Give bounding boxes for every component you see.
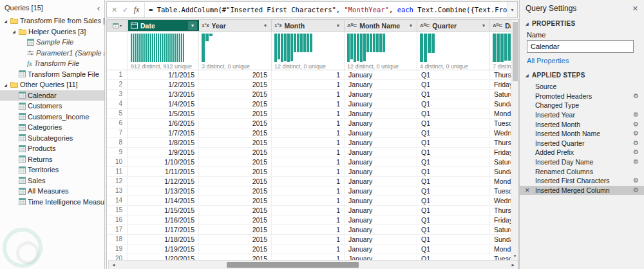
cell[interactable]: 1/8/2015 xyxy=(128,138,199,147)
row-number[interactable]: 8 xyxy=(107,138,128,147)
formula-input[interactable]: = Table.AddColumn(#"Inserted First Chara… xyxy=(145,6,507,14)
applied-steps-section-heading[interactable]: ◢ APPLIED STEPS xyxy=(520,68,644,81)
cell[interactable]: Q1 xyxy=(417,148,490,157)
cell[interactable]: 1 xyxy=(272,254,345,260)
cell[interactable]: 1/20/2015 xyxy=(128,254,199,260)
cell[interactable]: 2015 xyxy=(199,148,272,157)
cell[interactable]: 2015 xyxy=(199,225,272,234)
query-item-parameter1-sample-file[interactable]: Parameter1 (Sample File) xyxy=(0,48,104,59)
cell[interactable]: 2015 xyxy=(199,99,272,108)
cell[interactable]: 1/10/2015 xyxy=(128,157,199,166)
cell[interactable]: 1/4/2015 xyxy=(128,99,199,108)
cell[interactable]: January xyxy=(345,138,417,147)
vertical-scroll-thumb[interactable] xyxy=(513,22,518,81)
query-item-territories[interactable]: Territories xyxy=(0,164,104,175)
cell[interactable]: Wednesday xyxy=(490,196,511,205)
cell[interactable]: Tuesday xyxy=(490,119,511,128)
close-settings-icon[interactable]: ✕ xyxy=(632,5,638,13)
row-number[interactable]: 4 xyxy=(107,99,128,108)
cell[interactable]: 1/16/2015 xyxy=(128,215,199,224)
cell[interactable]: January xyxy=(345,186,417,195)
applied-step-added-prefix[interactable]: Added Prefix⚙ xyxy=(520,148,644,157)
cell[interactable]: 1 xyxy=(272,119,345,128)
gear-icon[interactable]: ⚙ xyxy=(633,112,639,118)
cell[interactable]: Q1 xyxy=(417,109,490,118)
cell[interactable]: 2015 xyxy=(199,90,272,99)
cell[interactable]: 1/1/2015 xyxy=(128,70,199,79)
cell[interactable]: 1/19/2015 xyxy=(128,244,199,254)
cell[interactable]: January xyxy=(345,254,417,260)
cell[interactable]: Thursday xyxy=(490,70,511,79)
applied-step-inserted-year[interactable]: Inserted Year⚙ xyxy=(520,110,644,120)
cell[interactable]: January xyxy=(345,99,417,108)
query-item-returns[interactable]: Returns xyxy=(0,154,104,165)
applied-step-source[interactable]: Source xyxy=(520,82,644,92)
cell[interactable]: 1 xyxy=(272,235,345,244)
cell[interactable]: 1 xyxy=(272,215,345,224)
cell[interactable]: 2015 xyxy=(199,177,272,186)
cell[interactable]: 1 xyxy=(272,128,345,137)
cell[interactable]: January xyxy=(345,109,417,118)
cell[interactable]: January xyxy=(345,244,417,254)
cell[interactable]: Thursday xyxy=(490,206,511,215)
cell[interactable]: 1/7/2015 xyxy=(128,128,199,137)
cell[interactable]: 2015 xyxy=(199,167,272,176)
cell[interactable]: Tuesday xyxy=(490,254,511,260)
gear-icon[interactable]: ⚙ xyxy=(633,93,639,99)
cell[interactable]: January xyxy=(345,215,417,224)
column-header-day-name[interactable]: AᴮCDay Name▾ xyxy=(490,20,511,31)
row-number[interactable]: 16 xyxy=(107,215,128,224)
cell[interactable]: Q1 xyxy=(417,128,490,137)
cell[interactable]: January xyxy=(345,90,417,99)
cell[interactable]: Q1 xyxy=(417,215,490,224)
applied-step-inserted-first-characters[interactable]: Inserted First Characters⚙ xyxy=(520,176,644,186)
query-item-other-queries-11[interactable]: ◢Other Queries [11] xyxy=(0,79,104,90)
cell[interactable]: 1 xyxy=(272,157,345,166)
row-number[interactable]: 18 xyxy=(107,235,128,244)
gear-icon[interactable]: ⚙ xyxy=(633,140,639,146)
cell[interactable]: 1 xyxy=(272,70,345,79)
cell[interactable]: Q1 xyxy=(417,157,490,166)
cell[interactable]: Saturday xyxy=(490,225,511,234)
cell[interactable]: January xyxy=(345,70,417,79)
cell[interactable]: Q1 xyxy=(417,177,490,186)
horizontal-scroll-thumb[interactable] xyxy=(227,262,359,268)
cell[interactable]: 2015 xyxy=(199,206,272,215)
applied-step-inserted-day-name[interactable]: Inserted Day Name⚙ xyxy=(520,157,644,167)
expand-formula-bar-icon[interactable]: ▾ xyxy=(507,2,517,17)
scroll-left-icon[interactable]: ◂ xyxy=(109,262,118,268)
cell[interactable]: 1 xyxy=(272,186,345,195)
cell[interactable]: 1 xyxy=(272,99,345,108)
gear-icon[interactable]: ⚙ xyxy=(633,121,639,128)
cell[interactable]: 1/11/2015 xyxy=(128,167,199,176)
query-item-customers-income[interactable]: Customers_Income xyxy=(0,112,104,123)
cell[interactable]: January xyxy=(345,235,417,244)
query-item-calendar[interactable]: Calendar xyxy=(0,90,104,101)
cell[interactable]: Thursday xyxy=(490,138,511,147)
filter-dropdown-icon[interactable]: ▾ xyxy=(188,21,197,30)
cell[interactable]: 2015 xyxy=(199,109,272,118)
cell[interactable]: January xyxy=(345,206,417,215)
applied-step-inserted-month-name[interactable]: Inserted Month Name⚙ xyxy=(520,129,644,139)
filter-dropdown-icon[interactable]: ▾ xyxy=(334,21,343,30)
cell[interactable]: 1/14/2015 xyxy=(128,196,199,205)
gear-icon[interactable]: ⚙ xyxy=(633,177,639,184)
cell[interactable]: 1 xyxy=(272,244,345,254)
query-item-transform-sample-file[interactable]: Transform Sample File xyxy=(0,69,104,80)
cell[interactable]: Q1 xyxy=(417,99,490,108)
cell[interactable]: Sunday xyxy=(490,235,511,244)
cell[interactable]: January xyxy=(345,128,417,137)
cell[interactable]: 1 xyxy=(272,80,345,89)
cancel-formula-icon[interactable]: ✕ xyxy=(109,6,120,14)
cell[interactable]: January xyxy=(345,80,417,89)
gear-icon[interactable]: ⚙ xyxy=(633,159,639,165)
expander-icon[interactable]: ◢ xyxy=(3,19,8,23)
cell[interactable]: 1/18/2015 xyxy=(128,235,199,244)
filter-dropdown-icon[interactable]: ▾ xyxy=(261,21,270,30)
scroll-down-icon[interactable]: ▾ xyxy=(511,252,518,260)
properties-section-heading[interactable]: ◢ PROPERTIES xyxy=(520,17,644,29)
row-number[interactable]: 13 xyxy=(107,186,128,195)
cell[interactable]: Friday xyxy=(490,80,511,89)
cell[interactable]: 2015 xyxy=(199,80,272,89)
row-number[interactable]: 2 xyxy=(107,80,128,89)
